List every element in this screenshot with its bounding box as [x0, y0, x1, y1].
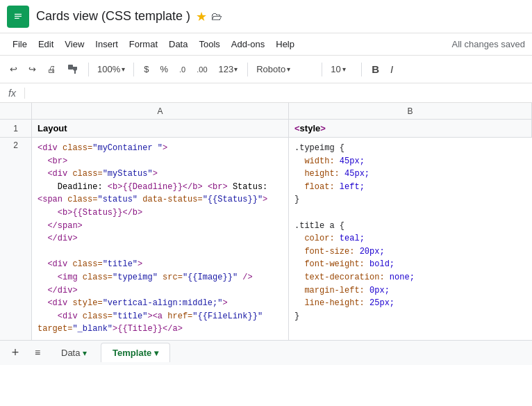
bold-button[interactable]: B	[367, 60, 383, 78]
cell-2a[interactable]: <div class="myContainer "> <br> <div cla…	[32, 138, 289, 340]
paint-format-button[interactable]	[63, 61, 83, 78]
formula-icon: fx	[0, 88, 25, 99]
decimal0-button[interactable]: .0	[175, 63, 190, 76]
tab-data-arrow: ▾	[83, 348, 87, 358]
num-format-button[interactable]: 123 ▾	[215, 61, 242, 77]
row-2: 2 <div class="myContainer "> <br> <div c…	[0, 138, 532, 340]
col-header-b[interactable]: B	[289, 103, 532, 119]
title-bar: Cards view (CSS template ) ★ 🗁	[0, 0, 532, 33]
sheet-list-button[interactable]: ≡	[28, 343, 47, 362]
cell-1b[interactable]: <style>	[289, 120, 532, 137]
print-button[interactable]: 🖨	[43, 61, 60, 77]
cell-2b[interactable]: .typeimg { width: 45px; height: 45px; fl…	[289, 138, 532, 340]
tab-template[interactable]: Template ▾	[101, 343, 170, 362]
sheet-tabs: + ≡ Data ▾ Template ▾	[0, 340, 532, 365]
separator-4	[322, 63, 322, 76]
tab-template-arrow: ▾	[154, 348, 158, 358]
currency-button[interactable]: $	[140, 61, 153, 77]
svg-rect-4	[68, 65, 73, 70]
zoom-select[interactable]: 100% ▾	[94, 63, 128, 76]
menu-insert[interactable]: Insert	[90, 36, 124, 52]
menu-format[interactable]: Format	[124, 36, 163, 52]
row-2-num: 2	[0, 138, 32, 340]
folder-icon[interactable]: 🗁	[211, 10, 222, 23]
italic-button[interactable]: I	[386, 60, 397, 78]
col-headers: A B	[0, 103, 532, 120]
font-size-select[interactable]: 10 ▾	[328, 63, 356, 76]
cell-1b-style-text: style	[300, 123, 321, 133]
tab-data[interactable]: Data ▾	[50, 343, 98, 362]
menu-edit[interactable]: Edit	[33, 36, 59, 52]
menu-data[interactable]: Data	[163, 36, 193, 52]
menu-help[interactable]: Help	[270, 36, 300, 52]
menu-bar: File Edit View Insert Format Data Tools …	[0, 33, 532, 56]
app-icon	[7, 6, 29, 28]
menu-view[interactable]: View	[59, 36, 90, 52]
svg-rect-3	[15, 17, 19, 18]
menu-addons[interactable]: Add-ons	[226, 36, 270, 52]
row-1-num: 1	[0, 120, 32, 137]
separator-1	[88, 63, 89, 76]
decimal00-button[interactable]: .00	[192, 63, 211, 76]
separator-3	[247, 63, 248, 76]
cell-1b-style-close: >	[320, 123, 326, 133]
cell-1b-style-open: <	[294, 123, 300, 133]
row-num-header	[0, 103, 32, 119]
save-status: All changes saved	[451, 39, 525, 49]
svg-rect-1	[15, 13, 22, 14]
redo-button[interactable]: ↪	[24, 61, 40, 77]
doc-title: Cards view (CSS template )	[36, 9, 190, 24]
row-1: 1 Layout <style>	[0, 120, 532, 138]
cell-1a[interactable]: Layout	[32, 120, 289, 137]
formula-bar: fx	[0, 83, 532, 103]
col-header-a[interactable]: A	[32, 103, 289, 119]
separator-5	[361, 63, 362, 76]
star-icon[interactable]: ★	[196, 9, 207, 24]
formula-input[interactable]	[25, 88, 532, 98]
menu-tools[interactable]: Tools	[193, 36, 225, 52]
separator-2	[133, 63, 134, 76]
percent-button[interactable]: %	[156, 61, 172, 77]
undo-button[interactable]: ↩	[6, 61, 22, 77]
toolbar: ↩ ↪ 🖨 100% ▾ $ % .0 .00 123 ▾ Roboto ▾ 1…	[0, 56, 532, 83]
svg-rect-2	[15, 15, 22, 16]
spreadsheet: A B 1 Layout <style> 2 <div class="myCon…	[0, 103, 532, 340]
font-select[interactable]: Roboto ▾	[253, 63, 316, 76]
add-sheet-button[interactable]: +	[6, 343, 25, 362]
menu-file[interactable]: File	[7, 36, 33, 52]
